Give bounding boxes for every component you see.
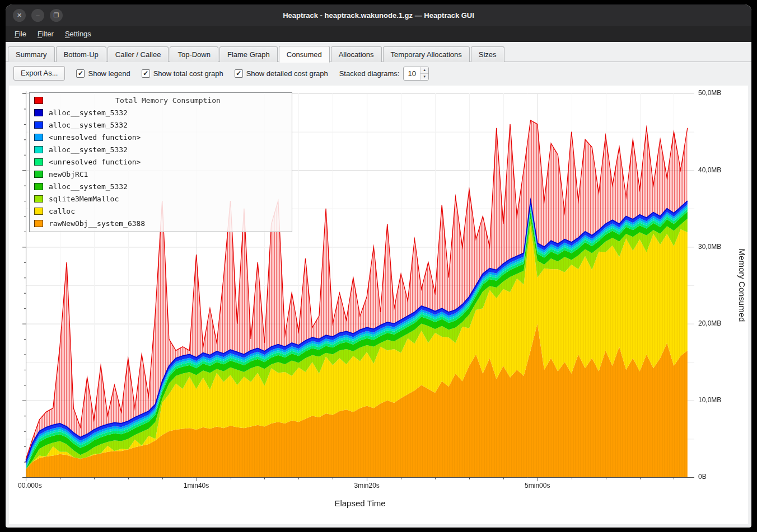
legend-swatch <box>34 134 43 141</box>
menubar: FileFilterSettings <box>6 26 751 42</box>
maximize-button[interactable]: ❐ <box>50 9 63 22</box>
spin-buttons: ▲ ▼ <box>420 67 428 80</box>
legend-label: sqlite3MemMalloc <box>49 195 119 203</box>
legend-swatch <box>34 183 43 190</box>
toolbar: Export As... ✓Show legend✓Show total cos… <box>6 62 751 84</box>
window-controls: ✕ – ❐ <box>13 4 63 26</box>
stacked-diagrams-value: 10 <box>404 67 420 80</box>
tab-consumed[interactable]: Consumed <box>279 46 330 63</box>
legend-item: alloc__system_5332 <box>32 180 289 192</box>
checkbox-show-detailed-cost-graph[interactable]: ✓Show detailed cost graph <box>235 69 328 78</box>
tab-bottom-up[interactable]: Bottom-Up <box>56 46 106 62</box>
checkbox-show-total-cost-graph[interactable]: ✓Show total cost graph <box>142 69 223 78</box>
menu-filter[interactable]: Filter <box>32 27 59 40</box>
legend-label: <unresolved function> <box>49 158 141 166</box>
legend-item: alloc__system_5332 <box>32 143 289 156</box>
legend-swatch <box>34 171 43 178</box>
checkbox-check-icon: ✓ <box>76 69 85 78</box>
legend-label: <unresolved function> <box>49 133 141 142</box>
window-title: Heaptrack - heaptrack.wakunode.1.gz — He… <box>283 11 474 20</box>
spin-up-button[interactable]: ▲ <box>420 67 428 74</box>
menu-file[interactable]: File <box>9 27 32 40</box>
export-as-button[interactable]: Export As... <box>13 66 65 81</box>
spin-down-button[interactable]: ▼ <box>420 74 428 80</box>
legend-swatch <box>34 97 43 104</box>
legend-label: newObjRC1 <box>49 170 88 178</box>
legend-item: sqlite3MemMalloc <box>32 192 289 205</box>
close-icon: ✕ <box>17 12 22 18</box>
legend-label: alloc__system_5332 <box>49 182 128 191</box>
stacked-diagrams-label: Stacked diagrams: <box>339 69 400 78</box>
legend-label: rawNewObj__system_6388 <box>49 219 145 228</box>
chart-area: Total Memory Consumptionalloc__system_53… <box>9 86 748 524</box>
tab-caller-callee[interactable]: Caller / Callee <box>108 46 169 62</box>
legend-item: rawNewObj__system_6388 <box>32 217 289 229</box>
tab-sizes[interactable]: Sizes <box>471 46 504 62</box>
legend-item: alloc__system_5332 <box>32 119 289 131</box>
legend-title-row: Total Memory Consumption <box>32 94 289 106</box>
toolbar-checkboxes: ✓Show legend✓Show total cost graph✓Show … <box>76 69 328 78</box>
legend-item: <unresolved function> <box>32 131 289 143</box>
tab-allocations[interactable]: Allocations <box>331 46 382 62</box>
legend-swatch <box>34 158 43 166</box>
checkbox-label: Show legend <box>88 69 130 78</box>
legend-swatch <box>34 109 43 116</box>
app-window: ✕ – ❐ Heaptrack - heaptrack.wakunode.1.g… <box>6 4 751 528</box>
legend-item: alloc__system_5332 <box>32 106 289 119</box>
tab-bar: SummaryBottom-UpCaller / CalleeTop-DownF… <box>6 42 751 62</box>
titlebar: ✕ – ❐ Heaptrack - heaptrack.wakunode.1.g… <box>6 4 751 26</box>
legend-label: Total Memory Consumption <box>49 96 287 105</box>
menu-settings[interactable]: Settings <box>59 27 97 40</box>
tab-top-down[interactable]: Top-Down <box>170 46 218 62</box>
maximize-icon: ❐ <box>54 12 59 18</box>
legend-swatch <box>34 121 43 129</box>
tab-flame-graph[interactable]: Flame Graph <box>219 46 278 62</box>
legend-label: alloc__system_5332 <box>49 121 128 129</box>
checkbox-show-legend[interactable]: ✓Show legend <box>76 69 130 78</box>
stacked-diagrams-control: Stacked diagrams: 10 ▲ ▼ <box>339 67 429 81</box>
legend-label: alloc__system_5332 <box>49 109 128 117</box>
stacked-diagrams-spinbox[interactable]: 10 ▲ ▼ <box>403 67 429 81</box>
legend-item: calloc <box>32 205 289 217</box>
legend-swatch <box>34 146 43 153</box>
chart-legend: Total Memory Consumptionalloc__system_53… <box>29 92 292 232</box>
legend-item: <unresolved function> <box>32 156 289 168</box>
checkbox-check-icon: ✓ <box>235 69 243 78</box>
tab-summary[interactable]: Summary <box>8 46 55 62</box>
legend-swatch <box>34 220 43 227</box>
close-button[interactable]: ✕ <box>13 9 26 22</box>
checkbox-label: Show total cost graph <box>153 69 223 78</box>
legend-label: calloc <box>49 207 75 215</box>
checkbox-check-icon: ✓ <box>142 69 150 78</box>
minimize-icon: – <box>36 12 39 18</box>
tab-temporary-allocations[interactable]: Temporary Allocations <box>383 46 470 62</box>
legend-swatch <box>34 208 43 215</box>
checkbox-label: Show detailed cost graph <box>246 69 328 78</box>
minimize-button[interactable]: – <box>31 9 44 22</box>
legend-item: newObjRC1 <box>32 168 289 180</box>
legend-label: alloc__system_5332 <box>49 145 128 154</box>
legend-swatch <box>34 195 43 203</box>
